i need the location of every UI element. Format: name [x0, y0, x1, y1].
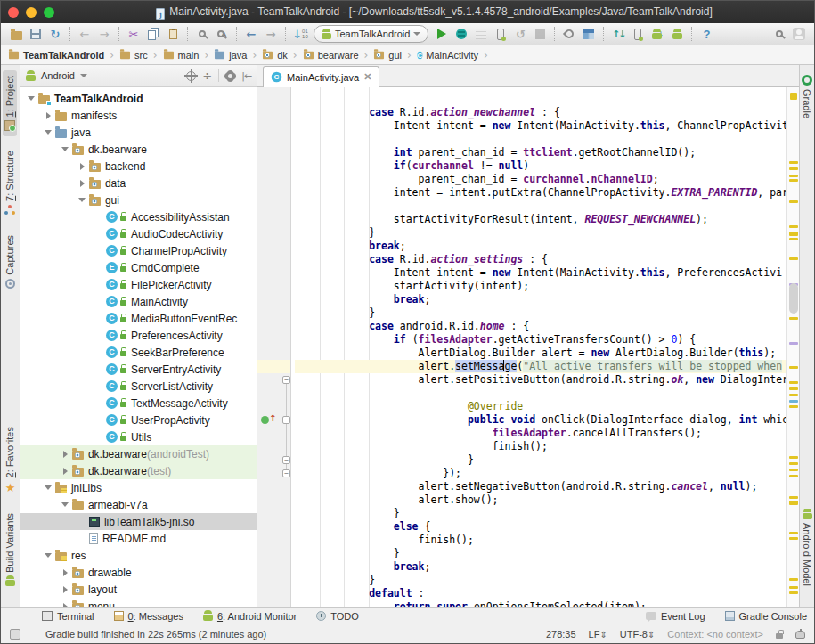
breadcrumb-item-mainactivity[interactable]: CMainActivity: [415, 49, 480, 61]
tree-row[interactable]: CAudioCodecActivity: [20, 225, 257, 242]
code-line[interactable]: startActivityForResult(intent, REQUEST_N…: [295, 213, 786, 226]
code-line[interactable]: default :: [295, 587, 786, 600]
tree-row[interactable]: README.md: [20, 530, 257, 547]
tree-row[interactable]: ECmdComplete: [20, 259, 257, 276]
editor-gutter[interactable]: −−−−: [257, 87, 291, 607]
warning-stripe-mark[interactable]: [789, 469, 798, 471]
breadcrumb-item-teamtalkandroid[interactable]: TeamTalkAndroid: [6, 48, 106, 61]
tree-row[interactable]: CUtils: [20, 428, 257, 445]
expand-arrow-icon[interactable]: [77, 163, 88, 170]
gear-icon[interactable]: [225, 71, 235, 81]
breadcrumb-item-main[interactable]: main: [161, 48, 201, 61]
tool-window-button-terminal[interactable]: Terminal: [42, 611, 94, 622]
warning-stripe-mark[interactable]: [789, 462, 798, 465]
zoom-window-button[interactable]: [44, 7, 54, 18]
tool-button-7-structure[interactable]: 7: Structure: [3, 145, 17, 221]
code-line[interactable]: }: [295, 226, 786, 240]
tree-row[interactable]: dk.bearware (test): [20, 462, 257, 479]
override-marker-icon[interactable]: [261, 416, 269, 424]
tree-row[interactable]: CUserPropActivity: [20, 412, 257, 428]
run-config-select[interactable]: TeamTalkAndroid: [314, 25, 428, 43]
tree-row[interactable]: CPreferencesActivity: [20, 327, 257, 344]
code-line[interactable]: alert.setPositiveButton(android.R.string…: [295, 373, 786, 387]
redo-icon[interactable]: →: [94, 25, 114, 43]
warning-stripe-mark[interactable]: [789, 381, 798, 384]
find-icon[interactable]: [192, 25, 212, 43]
search-everywhere-icon[interactable]: [770, 25, 789, 43]
expand-arrow-icon[interactable]: [60, 147, 71, 151]
editor-scrollbar[interactable]: [786, 87, 799, 607]
android-device-monitor-icon[interactable]: [667, 25, 687, 43]
encoding-select[interactable]: UTF-8⇕: [620, 629, 656, 640]
tree-row[interactable]: gui: [20, 192, 257, 208]
code-line[interactable]: [295, 133, 786, 146]
code-line[interactable]: }: [295, 453, 786, 467]
tool-button-build-variants[interactable]: Build Variants: [3, 508, 17, 591]
warning-stripe-mark[interactable]: [789, 232, 798, 236]
warning-stripe-mark[interactable]: [789, 179, 798, 182]
expand-arrow-icon[interactable]: [43, 553, 54, 558]
breadcrumb-item-java[interactable]: java: [212, 48, 249, 61]
minimize-window-button[interactable]: [26, 7, 37, 18]
debug-icon[interactable]: [452, 25, 471, 43]
code-line[interactable]: }: [295, 547, 786, 560]
expand-arrow-icon[interactable]: [60, 586, 71, 593]
warning-stripe-mark[interactable]: [790, 93, 797, 100]
sync-icon[interactable]: ↻: [45, 25, 65, 43]
code-line[interactable]: break;: [295, 560, 786, 574]
code-line[interactable]: finish();: [295, 440, 786, 453]
tree-row[interactable]: menu: [20, 598, 257, 607]
paste-icon[interactable]: [163, 25, 183, 43]
code-line[interactable]: alert.show();: [295, 493, 786, 507]
code-line[interactable]: else {: [295, 520, 786, 534]
line-ending-select[interactable]: LF⇕: [589, 629, 607, 640]
code-line[interactable]: alert.setMessage("All active transfers w…: [295, 360, 786, 373]
copy-icon[interactable]: [143, 25, 163, 43]
warning-stripe-mark[interactable]: [789, 387, 798, 390]
breadcrumb-item-bearware[interactable]: bearware: [301, 48, 361, 61]
tool-button-1-project[interactable]: 1: Project: [3, 70, 17, 136]
tree-row[interactable]: dk.bearware: [20, 141, 257, 158]
back-icon[interactable]: ←: [241, 25, 261, 43]
warning-stripe-mark[interactable]: [789, 456, 798, 459]
warning-stripe-mark[interactable]: [789, 532, 798, 534]
code-line[interactable]: @Override: [295, 400, 786, 413]
code-line[interactable]: });: [295, 467, 786, 480]
close-icon[interactable]: ✕: [363, 71, 371, 83]
flatten-packages-icon[interactable]: ÷: [202, 69, 212, 83]
code-line[interactable]: [295, 93, 786, 106]
warning-stripe-mark[interactable]: [789, 175, 798, 177]
avatar-icon[interactable]: [789, 25, 809, 43]
code-line[interactable]: filesAdapter.cancelAllTransfers();: [295, 427, 786, 440]
warning-stripe-mark[interactable]: [789, 225, 798, 228]
toggle-toolwindows-icon[interactable]: [10, 629, 20, 640]
warning-stripe-mark[interactable]: [789, 366, 798, 369]
expand-arrow-icon[interactable]: [43, 130, 54, 135]
hector-icon[interactable]: [795, 631, 805, 639]
tree-row[interactable]: CTextMessageActivity: [20, 395, 257, 412]
warning-stripe-mark[interactable]: [789, 257, 798, 260]
fold-marker-icon[interactable]: −: [282, 469, 290, 477]
tree-row[interactable]: CServerEntryActivity: [20, 361, 257, 378]
tool-window-button-6-android-monitor[interactable]: 6: Android Monitor: [203, 611, 297, 622]
tab-mainactivity[interactable]: C MainActivity.java ✕: [263, 66, 379, 87]
avd-manager-icon[interactable]: [628, 25, 648, 43]
code-line[interactable]: public void onClick(DialogInterface dial…: [295, 413, 786, 427]
tree-row[interactable]: libTeamTalk5-jni.so: [20, 513, 257, 530]
warning-stripe-mark[interactable]: [789, 167, 798, 170]
scrollbar-thumb[interactable]: [789, 283, 798, 314]
warning-stripe-mark[interactable]: [789, 238, 798, 240]
tool-button-gradle[interactable]: Gradle: [800, 69, 814, 124]
warning-stripe-mark[interactable]: [789, 537, 798, 540]
warning-stripe-mark[interactable]: [789, 317, 798, 320]
tree-row[interactable]: CMediaButtonEventRec: [20, 310, 257, 327]
warning-stripe-mark[interactable]: [789, 394, 798, 396]
attach-debugger-icon[interactable]: [491, 25, 510, 43]
troubleshoot-icon[interactable]: [559, 25, 579, 43]
warning-stripe-mark[interactable]: [789, 501, 798, 505]
tree-row[interactable]: CMainActivity: [20, 293, 257, 310]
tree-row[interactable]: armeabi-v7a: [20, 496, 257, 513]
code-line[interactable]: case R.id.action_settings : {: [295, 253, 786, 266]
undo-icon[interactable]: ←: [75, 25, 94, 43]
breadcrumb-item-src[interactable]: src: [118, 48, 150, 61]
